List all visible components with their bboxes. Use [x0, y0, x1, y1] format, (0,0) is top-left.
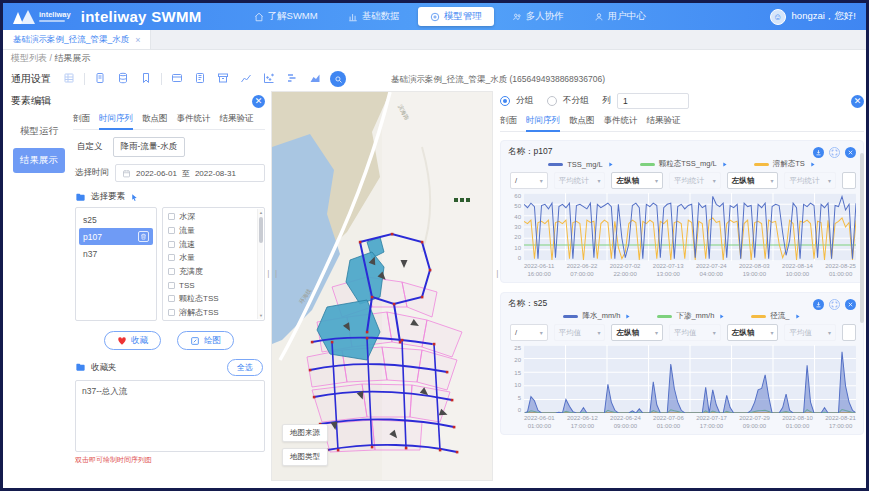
nav-item-3[interactable]: 多人协作: [500, 7, 576, 26]
checkbox-icon[interactable]: [168, 295, 175, 302]
collapse-handle-left[interactable]: ❘❘: [265, 269, 280, 278]
unit-select[interactable]: /▾: [510, 172, 548, 189]
checkbox-icon[interactable]: [168, 282, 175, 289]
play-icon[interactable]: [794, 313, 801, 320]
legend-item[interactable]: 颗粒态TSS_mg/L: [640, 159, 728, 169]
checkbox-icon[interactable]: [168, 309, 175, 316]
stat-select[interactable]: 平均统计▾: [554, 172, 606, 189]
database-icon[interactable]: [115, 71, 131, 87]
group-radio[interactable]: [500, 96, 510, 106]
checkbox-icon[interactable]: [168, 254, 175, 261]
map-type-button[interactable]: 地图类型: [282, 448, 328, 466]
checkbox-icon[interactable]: [168, 268, 175, 275]
breadcrumb-model-list[interactable]: 模型列表: [11, 53, 47, 63]
document-icon[interactable]: [92, 71, 108, 87]
download-icon[interactable]: [813, 299, 824, 310]
play-icon[interactable]: [607, 161, 614, 168]
draw-button[interactable]: 绘图: [177, 331, 234, 350]
chart-plot[interactable]: [524, 345, 856, 413]
left-tab-4[interactable]: 结果验证: [220, 113, 254, 125]
user-box[interactable]: ☺ hongzai，您好!: [770, 9, 856, 25]
right-tab-1[interactable]: 时间序列: [526, 115, 560, 127]
map-panel[interactable]: 环海线 滨海路: [271, 91, 493, 481]
stat-select[interactable]: 平均统计▾: [669, 172, 721, 189]
avatar[interactable]: ☺: [770, 9, 786, 25]
stat-select[interactable]: 平均值▾: [554, 324, 606, 341]
right-tab-4[interactable]: 结果验证: [647, 115, 681, 127]
expand-icon[interactable]: [829, 299, 840, 310]
left-tab-3[interactable]: 事件统计: [177, 113, 211, 125]
stat-select-cut[interactable]: [842, 172, 856, 189]
sidebar-item-1[interactable]: 结果展示: [13, 148, 65, 173]
axis-select[interactable]: 左纵轴▾: [727, 172, 779, 189]
subtab-0[interactable]: 自定义: [75, 138, 105, 156]
left-tab-0[interactable]: 剖面: [73, 113, 90, 125]
nav-item-4[interactable]: 用户中心: [582, 7, 658, 26]
variable-item[interactable]: 水量: [168, 251, 255, 265]
axis-select[interactable]: 左纵轴▾: [611, 172, 663, 189]
right-panel-scrollbar[interactable]: [860, 153, 864, 323]
map-source-button[interactable]: 地图来源: [282, 424, 328, 442]
element-item[interactable]: p107: [79, 228, 153, 245]
variable-item[interactable]: 充满度: [168, 265, 255, 279]
nav-item-2[interactable]: 模型管理: [418, 7, 494, 26]
panel-close-icon[interactable]: ✕: [252, 95, 265, 108]
play-icon[interactable]: [718, 313, 725, 320]
ungroup-radio[interactable]: [547, 96, 557, 106]
play-icon[interactable]: [624, 313, 631, 320]
nav-item-0[interactable]: 了解SWMM: [242, 7, 330, 26]
map-canvas[interactable]: 环海线 滨海路: [272, 92, 493, 481]
variable-scrollbar[interactable]: ▲▼: [257, 209, 263, 319]
unit-select[interactable]: /▾: [510, 324, 548, 341]
legend-item[interactable]: 径流_: [751, 311, 800, 321]
left-tab-1[interactable]: 时间序列: [99, 113, 133, 125]
checkbox-icon[interactable]: [168, 227, 175, 234]
column-count-input[interactable]: [617, 93, 689, 109]
axis-select[interactable]: 左纵轴▾: [611, 324, 663, 341]
element-item[interactable]: s25: [79, 211, 153, 228]
play-icon[interactable]: [721, 161, 728, 168]
variable-item[interactable]: TSS: [168, 278, 255, 292]
tab-close-icon[interactable]: ×: [135, 35, 140, 45]
element-item[interactable]: n37: [79, 245, 153, 262]
variable-item[interactable]: 颗粒态TSS: [168, 292, 255, 306]
right-tab-0[interactable]: 剖面: [500, 115, 517, 127]
line-chart-icon[interactable]: [238, 71, 254, 87]
close-icon[interactable]: [845, 299, 856, 310]
favorite-item[interactable]: n37--总入流: [82, 386, 258, 398]
stat-select-cut[interactable]: [842, 324, 856, 341]
legend-item[interactable]: TSS_mg/L: [548, 159, 613, 169]
card-icon[interactable]: [169, 71, 185, 87]
download-icon[interactable]: [813, 147, 824, 158]
expand-icon[interactable]: [829, 147, 840, 158]
file-icon[interactable]: [192, 71, 208, 87]
nav-item-1[interactable]: 基础数据: [336, 7, 412, 26]
legend-item[interactable]: 溶解态TS: [754, 159, 816, 169]
right-tab-2[interactable]: 散点图: [569, 115, 595, 127]
right-tab-3[interactable]: 事件统计: [604, 115, 638, 127]
variable-item[interactable]: 溶解态TSS: [168, 306, 255, 320]
stat-select[interactable]: 平均值▾: [669, 324, 721, 341]
sidebar-item-0[interactable]: 模型运行: [11, 119, 67, 144]
trash-icon[interactable]: [138, 231, 149, 242]
chart-plot[interactable]: [524, 193, 856, 261]
right-panel-close-icon[interactable]: ✕: [851, 95, 864, 108]
close-icon[interactable]: [845, 147, 856, 158]
axis-select[interactable]: 左纵轴▾: [727, 324, 779, 341]
variable-item[interactable]: 水深: [168, 210, 255, 224]
checkbox-icon[interactable]: [168, 241, 175, 248]
date-range-input[interactable]: 2022-06-01 至 2022-08-31: [115, 164, 265, 182]
document-tab[interactable]: 基础演示案例_径流_管渠_水质 ×: [3, 30, 151, 49]
play-icon[interactable]: [809, 161, 816, 168]
variable-item[interactable]: 流量: [168, 224, 255, 238]
archive-icon[interactable]: [215, 71, 231, 87]
checkbox-icon[interactable]: [168, 213, 175, 220]
gantt-chart-icon[interactable]: [284, 71, 300, 87]
favorite-button[interactable]: 收藏: [104, 331, 161, 350]
scatter-chart-icon[interactable]: [261, 71, 277, 87]
table-grid-icon[interactable]: [61, 71, 77, 87]
bookmark-icon[interactable]: [138, 71, 154, 87]
subtab-1[interactable]: 降雨-流量-水质: [113, 137, 186, 157]
left-tab-2[interactable]: 散点图: [142, 113, 168, 125]
legend-item[interactable]: 降水_mm/h: [563, 311, 631, 321]
